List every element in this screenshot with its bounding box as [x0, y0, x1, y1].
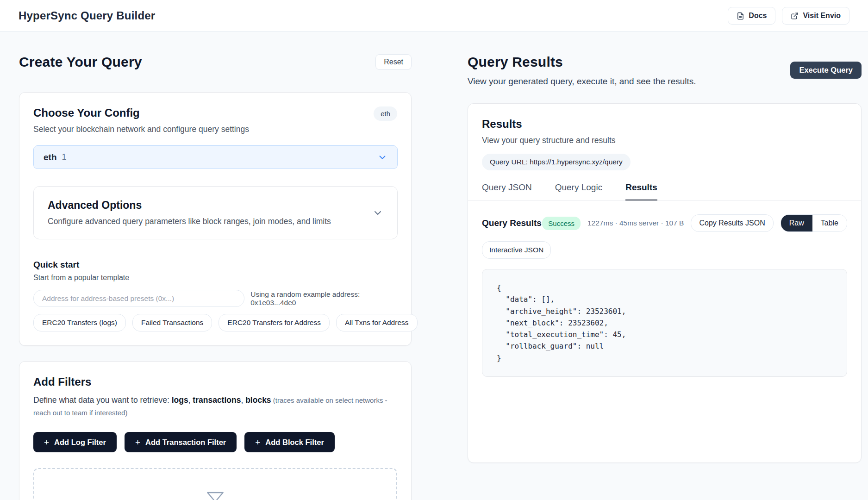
builder-title: Create Your Query: [19, 54, 142, 70]
query-url-badge: Query URL: https://1.hypersync.xyz/query: [482, 154, 631, 170]
network-select[interactable]: eth 1: [33, 145, 398, 169]
tab-query-json[interactable]: Query JSON: [482, 182, 532, 200]
config-card: Choose Your Config Select your blockchai…: [19, 92, 412, 346]
interactive-json-button[interactable]: Interactive JSON: [482, 241, 551, 259]
main-content: Create Your Query Reset Choose Your Conf…: [0, 32, 868, 500]
docs-button-label: Docs: [749, 12, 767, 20]
advanced-options-toggle[interactable]: Advanced Options Configure advanced quer…: [33, 186, 398, 239]
results-card-title: Results: [482, 118, 847, 131]
chevron-down-icon: [372, 207, 383, 219]
add-block-filter-label: Add Block Filter: [265, 438, 324, 447]
app-title: HyperSync Query Builder: [19, 9, 155, 22]
tab-query-logic[interactable]: Query Logic: [555, 182, 602, 200]
add-block-filter-button[interactable]: + Add Block Filter: [244, 432, 335, 452]
results-panel-subtitle: View your generated query, execute it, a…: [468, 76, 696, 87]
filters-description: Define what data you want to retrieve: l…: [33, 394, 397, 419]
network-select-chain-id: 1: [62, 152, 67, 162]
funnel-icon: [206, 490, 225, 500]
timing-text: 1227ms · 45ms server · 107 B: [587, 219, 684, 227]
preset-failed-transactions[interactable]: Failed Transactions: [132, 314, 212, 331]
chevron-down-icon: [377, 152, 387, 162]
config-card-title: Choose Your Config: [33, 106, 249, 119]
filters-empty-state: No filters added yet: [33, 468, 397, 500]
results-card-subtitle: View your query structure and results: [482, 136, 847, 145]
filters-card: Add Filters Define what data you want to…: [19, 361, 412, 500]
view-mode-raw[interactable]: Raw: [781, 215, 812, 231]
add-log-filter-label: Add Log Filter: [54, 438, 106, 447]
visit-envio-button[interactable]: Visit Envio: [782, 7, 849, 25]
preset-erc20-transfers-for-address[interactable]: ERC20 Transfers for Address: [219, 314, 330, 331]
query-builder-panel: Create Your Query Reset Choose Your Conf…: [19, 54, 412, 500]
query-results-panel: Query Results View your generated query,…: [468, 54, 862, 500]
app-header: HyperSync Query Builder Docs Visit Envio: [0, 0, 868, 32]
add-log-filter-button[interactable]: + Add Log Filter: [33, 432, 117, 452]
results-header: Query Results Success 1227ms · 45ms serv…: [482, 214, 847, 232]
header-actions: Docs Visit Envio: [728, 7, 849, 25]
execute-query-button[interactable]: Execute Query: [790, 62, 862, 79]
results-panel-title: Query Results: [468, 54, 696, 70]
view-mode-toggle: Raw Table: [781, 214, 847, 232]
preset-erc20-transfers-logs[interactable]: ERC20 Transfers (logs): [33, 314, 126, 331]
add-transaction-filter-label: Add Transaction Filter: [145, 438, 226, 447]
address-hint: Using a random example address: 0x1e03..…: [250, 290, 397, 307]
plus-icon: +: [255, 438, 260, 447]
copy-results-json-button[interactable]: Copy Results JSON: [691, 214, 773, 232]
tab-results[interactable]: Results: [625, 182, 657, 200]
network-badge: eth: [374, 106, 397, 121]
visit-envio-button-label: Visit Envio: [803, 12, 841, 20]
network-select-value: eth: [44, 152, 57, 162]
config-card-subtitle: Select your blockchain network and confi…: [33, 125, 249, 134]
results-tabs: Query JSON Query Logic Results: [468, 182, 861, 200]
preset-all-txns-for-address[interactable]: All Txns for Address: [336, 314, 418, 331]
preset-chip-row: ERC20 Transfers (logs) Failed Transactio…: [33, 314, 397, 331]
docs-button[interactable]: Docs: [728, 7, 775, 25]
status-badge: Success: [542, 217, 581, 230]
reset-button[interactable]: Reset: [375, 54, 412, 70]
advanced-options-title: Advanced Options: [48, 199, 372, 212]
quick-start-subtitle: Start from a popular template: [33, 274, 397, 282]
view-mode-table[interactable]: Table: [812, 215, 847, 231]
advanced-options-description: Configure advanced query parameters like…: [48, 217, 372, 226]
document-icon: [737, 12, 744, 20]
results-card: Results View your query structure and re…: [468, 103, 862, 463]
filters-card-title: Add Filters: [33, 375, 397, 388]
results-header-title: Query Results: [482, 218, 542, 228]
raw-json-output: { "data": [], "archive_height": 23523601…: [482, 269, 847, 377]
address-input[interactable]: [33, 290, 244, 307]
add-transaction-filter-button[interactable]: + Add Transaction Filter: [125, 432, 237, 452]
quick-start-title: Quick start: [33, 260, 397, 270]
plus-icon: +: [44, 438, 49, 447]
filter-button-row: + Add Log Filter + Add Transaction Filte…: [33, 432, 397, 452]
plus-icon: +: [135, 438, 140, 447]
external-link-icon: [791, 12, 799, 20]
